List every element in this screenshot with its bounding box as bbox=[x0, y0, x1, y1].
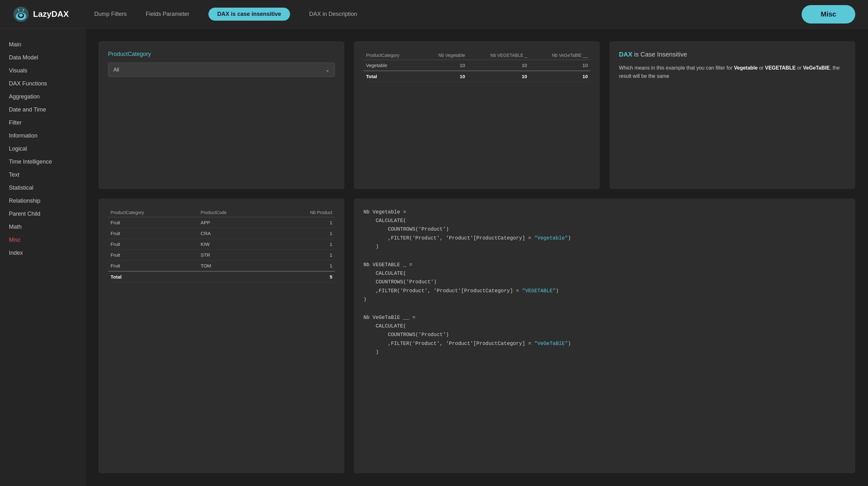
cell-code-1: CRA bbox=[198, 228, 271, 239]
col-header-nb-vegetable-upper: Nb VEGETABLE _ bbox=[468, 51, 530, 60]
cell-code-2: KIW bbox=[198, 239, 271, 250]
dropdown-value: All bbox=[114, 67, 119, 73]
sidebar-item-statistical[interactable]: Statistical bbox=[6, 182, 80, 194]
sidebar-item-index[interactable]: Index bbox=[6, 247, 80, 260]
logo-icon bbox=[13, 6, 29, 23]
bottom-total-label: Total bbox=[108, 271, 198, 282]
top-table: ProductCategory Nb Vegetable Nb VEGETABL… bbox=[364, 51, 590, 82]
cell-count-0: 1 bbox=[271, 217, 335, 228]
cell-nb1: 10 bbox=[420, 60, 467, 71]
chevron-down-icon: ⌄ bbox=[326, 67, 330, 73]
code-line: ) bbox=[568, 235, 571, 241]
cell-category: Vegetable bbox=[364, 60, 420, 71]
code-string-1: "Vegetable" bbox=[534, 235, 568, 241]
code-line: Nb Vegetable = bbox=[364, 209, 406, 215]
code-line: COUNTROWS('Product') bbox=[364, 332, 449, 338]
cell-code-4: TOM bbox=[198, 260, 271, 271]
svg-point-7 bbox=[23, 9, 24, 10]
bottom-total-empty bbox=[198, 271, 271, 282]
logo-area: LazyDAX bbox=[13, 6, 69, 23]
total-nb2: 10 bbox=[468, 71, 530, 82]
table-row: Fruit KIW 1 bbox=[108, 239, 335, 250]
cell-cat-4: Fruit bbox=[108, 260, 198, 271]
bottom-table-card: ProductCategory ProductCode Nb Product F… bbox=[98, 198, 344, 473]
code-line: ) bbox=[364, 297, 367, 302]
code-line: COUNTROWS('Product') bbox=[364, 226, 449, 232]
col-header-product-category: ProductCategory bbox=[364, 51, 420, 60]
code-line: ,FILTER('Product', 'Product'[ProductCate… bbox=[364, 235, 534, 241]
main-content: ProductCategory All ⌄ ProductCategory Nb… bbox=[86, 29, 868, 486]
bottom-total-row: Total 5 bbox=[108, 271, 335, 282]
code-block-2: Nb VEGETABLE _ = CALCULATE( COUNTROWS('P… bbox=[364, 261, 846, 304]
bottom-total-count: 5 bbox=[271, 271, 335, 282]
cell-code-0: APP bbox=[198, 217, 271, 228]
code-line: ,FILTER('Product', 'Product'[ProductCate… bbox=[364, 341, 534, 347]
info-title-rest: is Case Insensitive bbox=[632, 51, 687, 58]
code-line: Nb VEGETABLE _ = bbox=[364, 262, 412, 268]
sidebar-item-math[interactable]: Math bbox=[6, 221, 80, 233]
code-line: ,FILTER('Product', 'Product'[ProductCate… bbox=[364, 288, 522, 294]
bottom-table: ProductCategory ProductCode Nb Product F… bbox=[108, 208, 335, 282]
info-card: DAX is Case Insensitive Which means in t… bbox=[609, 41, 855, 189]
sidebar-item-dax-functions[interactable]: DAX Functions bbox=[6, 77, 80, 90]
code-line: CALCULATE( bbox=[364, 323, 406, 329]
layout: Main Data Model Visuals DAX Functions Ag… bbox=[0, 29, 868, 486]
tab-dax-case-insensitive[interactable]: DAX is case insensitive bbox=[209, 8, 290, 21]
sidebar-item-date-and-time[interactable]: Date and Time bbox=[6, 103, 80, 116]
app-title: LazyDAX bbox=[33, 9, 69, 19]
sidebar-item-misc[interactable]: Misc bbox=[6, 233, 80, 247]
cell-nb3: 10 bbox=[530, 60, 590, 71]
code-string-3: "VeGeTaBlE" bbox=[534, 341, 568, 347]
tab-dump-filters[interactable]: Dump Filters bbox=[94, 8, 127, 20]
sidebar-item-time-intelligence[interactable]: Time Intelligence bbox=[6, 155, 80, 168]
code-line: CALCULATE( bbox=[364, 218, 406, 224]
total-row: Total 10 10 10 bbox=[364, 71, 590, 82]
code-card: Nb Vegetable = CALCULATE( COUNTROWS('Pro… bbox=[354, 198, 855, 473]
info-title: DAX is Case Insensitive bbox=[619, 51, 846, 58]
code-block-1: Nb Vegetable = CALCULATE( COUNTROWS('Pro… bbox=[364, 208, 846, 251]
top-table-card: ProductCategory Nb Vegetable Nb VEGETABL… bbox=[354, 41, 600, 189]
misc-button[interactable]: Misc bbox=[802, 5, 855, 24]
code-line: ) bbox=[364, 244, 379, 250]
code-line: ) bbox=[364, 349, 379, 355]
cell-count-2: 1 bbox=[271, 239, 335, 250]
code-line: ) bbox=[568, 341, 571, 347]
filter-label: ProductCategory bbox=[108, 51, 335, 58]
sidebar-item-aggregation[interactable]: Aggregation bbox=[6, 90, 80, 103]
col-header-nb-product: Nb Product bbox=[271, 208, 335, 217]
cell-count-3: 1 bbox=[271, 250, 335, 260]
sidebar-item-main[interactable]: Main bbox=[6, 38, 80, 51]
svg-point-6 bbox=[18, 9, 19, 10]
table-row: Fruit CRA 1 bbox=[108, 228, 335, 239]
code-line: ) bbox=[556, 288, 559, 294]
product-category-dropdown[interactable]: All ⌄ bbox=[108, 63, 335, 77]
cell-nb2: 10 bbox=[468, 60, 530, 71]
sidebar-item-parent-child[interactable]: Parent Child bbox=[6, 207, 80, 221]
sidebar-item-text[interactable]: Text bbox=[6, 168, 80, 182]
code-block-3: Nb VeGeTaBlE __ = CALCULATE( COUNTROWS('… bbox=[364, 314, 846, 357]
total-label: Total bbox=[364, 71, 420, 82]
nav-tabs: Dump Filters Fields Parameter DAX is cas… bbox=[94, 8, 802, 21]
sidebar-item-logical[interactable]: Logical bbox=[6, 142, 80, 155]
sidebar-item-visuals[interactable]: Visuals bbox=[6, 64, 80, 77]
code-line: CALCULATE( bbox=[364, 271, 406, 277]
sidebar-item-relationship[interactable]: Relationship bbox=[6, 194, 80, 207]
cell-cat-1: Fruit bbox=[108, 228, 198, 239]
tab-fields-parameter[interactable]: Fields Parameter bbox=[146, 8, 189, 20]
cell-cat-3: Fruit bbox=[108, 250, 198, 260]
table-row: Fruit STR 1 bbox=[108, 250, 335, 260]
sidebar-item-information[interactable]: Information bbox=[6, 129, 80, 142]
sidebar-item-data-model[interactable]: Data Model bbox=[6, 51, 80, 64]
col-header-product-code: ProductCode bbox=[198, 208, 271, 217]
sidebar-item-filter[interactable]: Filter bbox=[6, 116, 80, 129]
tab-dax-in-description[interactable]: DAX in Description bbox=[309, 8, 357, 20]
col-header-nb-vegetable-mixed: Nb VeGeTaBlE __ bbox=[530, 51, 590, 60]
cell-count-4: 1 bbox=[271, 260, 335, 271]
code-string-2: "VEGETABLE" bbox=[522, 288, 556, 294]
cell-cat-0: Fruit bbox=[108, 217, 198, 228]
svg-point-3 bbox=[19, 14, 23, 17]
table-row: Fruit APP 1 bbox=[108, 217, 335, 228]
total-nb3: 10 bbox=[530, 71, 590, 82]
col-header-nb-vegetable: Nb Vegetable bbox=[420, 51, 467, 60]
code-line: Nb VeGeTaBlE __ = bbox=[364, 315, 415, 321]
